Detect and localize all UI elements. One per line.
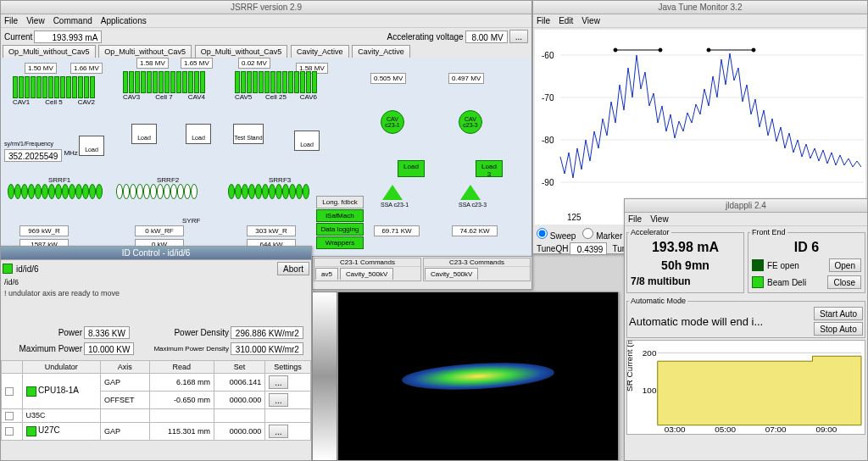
svg-text:09:00: 09:00 xyxy=(815,425,837,434)
set-cell[interactable]: 0006.141 xyxy=(214,374,264,392)
und-name: U35C xyxy=(22,409,100,423)
status-icon xyxy=(3,264,13,274)
menu-file[interactable]: File xyxy=(4,14,18,27)
svg-point-13 xyxy=(659,48,662,52)
svg-text:-80: -80 xyxy=(542,136,554,145)
maxpdensity-value: 310.000 KW/mr2 xyxy=(231,342,303,355)
c23-1-header: C23-1 Commands xyxy=(314,258,420,267)
axis-cell: GAP xyxy=(100,422,149,440)
isafmach-button[interactable]: iSafMach xyxy=(316,209,364,222)
stop-auto-button[interactable]: Stop Auto xyxy=(814,322,863,336)
tune-chart[interactable]: -60-70-80-90 125130135 xyxy=(535,30,865,225)
test-stand: Test Stand xyxy=(233,124,264,144)
load-5: Load xyxy=(294,131,320,151)
jsrrf-window: JSRRF version 2.9 File View Command Appl… xyxy=(0,0,532,256)
accel-volt-more-button[interactable]: ... xyxy=(509,30,528,43)
sr-current-chart[interactable]: SR Current (mA) 200100 03:0005:0007:0009… xyxy=(626,340,865,435)
settings-button[interactable]: ... xyxy=(269,375,287,389)
srrf3: SRRF3 xyxy=(228,176,309,199)
kw-1: 969 kW_R xyxy=(19,225,69,236)
abort-button[interactable]: Abort xyxy=(277,262,309,275)
beam-ellipse-icon xyxy=(401,359,554,392)
freq-value: 352.2025549 xyxy=(4,149,62,162)
start-auto-button[interactable]: Start Auto xyxy=(814,307,863,320)
axis-cell: OFFSET xyxy=(100,392,149,409)
device-path: id/id/6 xyxy=(16,264,39,274)
read-cell: 6.168 mm xyxy=(149,374,214,392)
menu-view[interactable]: View xyxy=(26,14,45,27)
set-cell[interactable]: 0000.000 xyxy=(214,422,264,440)
open-button[interactable]: Open xyxy=(829,258,861,272)
axis-cell: GAP xyxy=(100,374,149,392)
c23-3-header: C23-3 Commands xyxy=(424,258,530,267)
svg-text:-90: -90 xyxy=(542,178,554,187)
menu-view[interactable]: View xyxy=(581,14,600,27)
wrappers-button[interactable]: Wrappers xyxy=(316,236,364,249)
acc-time: 50h 9mn xyxy=(629,257,742,274)
kw-3: 0 kW_RF xyxy=(135,225,184,236)
tab-cav1[interactable]: Cavity_Active xyxy=(291,45,349,58)
jsrrf-title: JSRRF version 2.9 xyxy=(1,1,531,14)
automode-group: Automatic Mode Automatic mode will end i… xyxy=(626,297,865,338)
settings-button[interactable]: ... xyxy=(269,393,287,407)
th-settings: Settings xyxy=(265,361,311,374)
menu-view[interactable]: View xyxy=(650,213,669,225)
menu-file[interactable]: File xyxy=(537,14,550,27)
accel-volt-value: 8.00 MV xyxy=(465,31,508,43)
cav5-lbl: CAV5 xyxy=(235,93,252,101)
close-button[interactable]: Close xyxy=(827,275,861,289)
fe-legend: Front End xyxy=(750,228,787,236)
ssa-3-label: SSA c23-3 xyxy=(459,202,487,208)
jld-title: jldappli 2.4 xyxy=(625,199,867,213)
tab-op3[interactable]: Op_Multi_without_Cav5 xyxy=(195,45,288,58)
svg-text:100: 100 xyxy=(643,386,657,395)
th-axis: Axis xyxy=(100,361,149,374)
accelerator-group: Accelerator 193.98 mA 50h 9mn 7/8 multib… xyxy=(626,228,744,293)
row-checkbox[interactable] xyxy=(5,427,14,436)
settings-button[interactable]: ... xyxy=(269,425,287,438)
cmd-cav500-2[interactable]: Cavity_500kV xyxy=(425,268,478,280)
cav2-lbl: CAV2 xyxy=(78,98,95,106)
read-cell: 115.301 mm xyxy=(149,422,214,440)
menu-edit[interactable]: Edit xyxy=(559,14,573,27)
menu-applications[interactable]: Applications xyxy=(101,14,147,27)
beam-colorbar xyxy=(312,292,337,461)
tab-cav2[interactable]: Cavity_Active xyxy=(352,45,410,58)
menu-file[interactable]: File xyxy=(628,213,642,225)
jsrrf-menubar: File View Command Applications xyxy=(1,14,531,28)
pdensity-label: Power Density xyxy=(153,328,229,337)
long-fdbck-button[interactable]: Long. fdbck xyxy=(316,196,364,208)
svg-point-15 xyxy=(707,48,710,52)
row-checkbox[interactable] xyxy=(5,387,14,396)
svg-text:-70: -70 xyxy=(542,93,554,103)
svg-text:05:00: 05:00 xyxy=(715,425,736,434)
th-set: Set xyxy=(214,361,264,374)
auto-legend: Automatic Mode xyxy=(629,297,687,305)
set-cell[interactable]: 0000.000 xyxy=(214,392,264,409)
pwr-7: 0.505 MV xyxy=(370,73,406,84)
cav-c23-1-node: CAV c23-1 xyxy=(381,110,404,134)
pwr-3: 1.58 MV xyxy=(136,58,169,69)
table-row: U27C GAP 115.301 mm 0000.000 ... xyxy=(2,422,311,440)
sr-chart-icon: SR Current (mA) 200100 03:0005:0007:0009… xyxy=(627,341,865,434)
beam-image xyxy=(337,292,619,461)
sweep-radio[interactable]: Sweep xyxy=(537,228,576,241)
menu-command[interactable]: Command xyxy=(53,14,92,27)
power-label: Power xyxy=(6,328,82,337)
th-chk xyxy=(2,361,23,374)
row-checkbox[interactable] xyxy=(5,412,14,420)
pwr-8: 0.497 MV xyxy=(448,73,484,84)
datalog-button[interactable]: Data logging xyxy=(316,223,364,236)
srrf1-label: SRRF1 xyxy=(48,176,103,184)
kw-7: 69.71 KW xyxy=(374,225,420,236)
commands-panel: C23-1 Commands av5 Cavity_500kV C23-3 Co… xyxy=(312,256,532,290)
tab-op2[interactable]: Op_Multi_without_Cav5 xyxy=(98,45,192,58)
status-icon xyxy=(26,426,36,436)
power-value: 8.336 KW xyxy=(84,326,130,339)
srrf1: SRRF1 xyxy=(8,176,103,199)
tab-op1[interactable]: Op_Multi_without_Cav5 xyxy=(3,45,96,58)
cmd-av5[interactable]: av5 xyxy=(315,268,338,280)
acc-current: 193.98 mA xyxy=(629,238,742,257)
maxpower-label: Maximum Power xyxy=(6,344,82,353)
cmd-cav500-1[interactable]: Cavity_500kV xyxy=(340,268,393,280)
